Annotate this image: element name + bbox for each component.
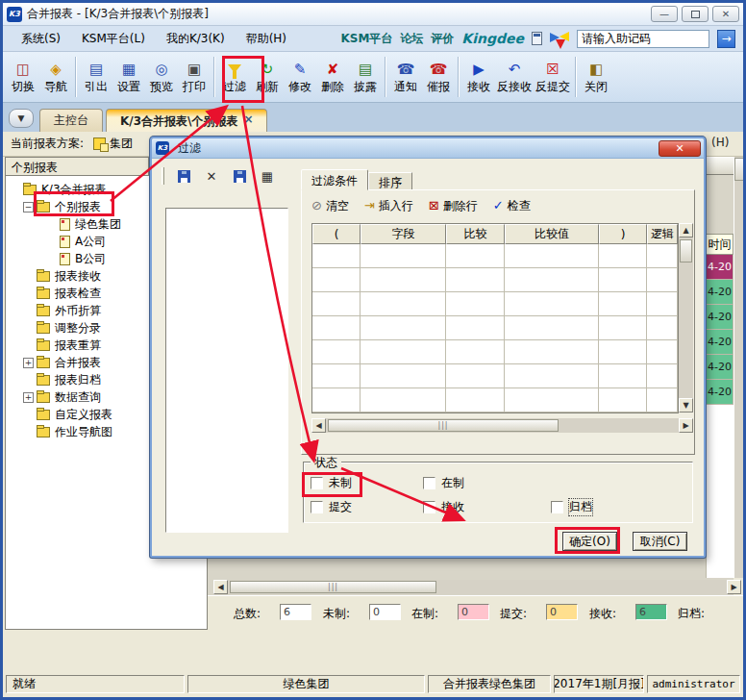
table-vertical-scrollbar[interactable]: ▲ ▼ [679,223,693,412]
expand-icon[interactable]: + [23,392,34,403]
link-ksm-platform[interactable]: KSM平台 [340,31,392,47]
dialog-title-bar[interactable]: K3 过滤 [152,138,704,159]
menu-system[interactable]: 系统(S) [11,28,71,50]
toolbar-print[interactable]: ▣打印 [178,58,211,97]
checkbox-received[interactable]: 接收 [423,499,464,515]
toolbar-preview[interactable]: ◎预览 [145,58,178,97]
tab-dropdown-button[interactable]: ▼ [9,109,34,128]
toolbar-export[interactable]: ▤引出 [80,58,112,97]
table-cell[interactable] [312,244,361,268]
grid-view-button[interactable]: ▦ [257,166,278,186]
folder-icon [37,375,50,386]
checkbox-archived[interactable]: 归档 [551,499,592,515]
scrollbar-thumb[interactable] [734,158,746,181]
scrollbar-thumb[interactable]: ||| [230,581,436,593]
toolbar-edit[interactable]: ✎修改 [284,58,316,97]
grid-cell: 4-20 [706,305,734,330]
checkbox-icon[interactable] [423,501,435,513]
stat-receive-value: 6 [635,604,667,620]
checkbox-inwork[interactable]: 在制 [423,475,464,491]
close-button[interactable]: ✕ [712,6,739,22]
mnemonic-input[interactable] [577,30,709,48]
scroll-left-button[interactable]: ◀ [311,418,326,433]
tab-filter-conditions[interactable]: 过滤条件 [301,169,368,190]
tab-individual-reports[interactable]: K/3合并报表\个别报表 × [106,109,267,132]
menu-my-k3[interactable]: 我的K/3(K) [156,28,236,50]
scroll-left-button[interactable]: ◀ [213,580,228,594]
toolbar-settings[interactable]: ▦设置 [112,58,145,97]
status-group-box [303,462,693,523]
dialog-close-button[interactable]: ✕ [659,140,701,157]
menu-help[interactable]: 帮助(H) [236,28,297,50]
scrollbar-thumb[interactable]: ||| [328,419,559,432]
toolbar-close[interactable]: ◧关闭 [580,58,612,97]
calculator-icon[interactable] [532,32,542,45]
toolbar-receive[interactable]: ▶接收 [462,58,495,97]
clear-button[interactable]: ⊘清空 [311,198,349,214]
folder-icon [37,358,50,368]
scroll-right-button[interactable]: ▶ [727,580,741,594]
toolbar-refresh[interactable]: ↻刷新 [251,58,284,97]
checkbox-icon[interactable] [423,477,435,489]
scroll-down-button[interactable]: ▼ [679,398,693,412]
toolbar-unreceive[interactable]: ↶反接收 [495,58,534,97]
minimize-button[interactable]: — [651,6,678,22]
expand-icon[interactable]: + [23,358,34,368]
dialog-tabs: 过滤条件 排序 [301,169,412,190]
go-button[interactable]: → [717,30,735,48]
table-cell[interactable] [312,316,361,340]
vertical-scrollbar[interactable] [734,157,745,578]
folder-icon [23,185,37,195]
toolbar-urge[interactable]: ☎催报 [422,58,455,97]
table-cell[interactable] [312,292,361,316]
toolbar-switch[interactable]: ◫切换 [7,58,39,97]
horizontal-scrollbar[interactable]: ◀ ||| ▶ [213,580,741,594]
checkbox-icon[interactable] [551,501,563,513]
toolbar-unsubmit[interactable]: ☒反提交 [534,58,572,97]
toolbar-separator [575,57,577,97]
toolbar-delete[interactable]: ✘删除 [316,58,349,97]
filter-conditions-pane: ⊘清空 ⇥插入行 ⊠删除行 ✓检查 ( 字段 比较 比较值 ) 逻辑 [301,189,695,455]
toolbar-disclose[interactable]: ▤披露 [349,58,382,97]
toolbar-navigate[interactable]: ◈导航 [39,58,72,97]
delete-scheme-button[interactable]: ✕ [201,166,222,186]
checkbox-icon[interactable] [311,501,323,513]
notify-icon: ☎ [397,60,415,79]
ok-button[interactable]: 确定(O) [562,532,617,551]
checkbox-unmade[interactable]: 未制 [311,475,352,491]
table-horizontal-scrollbar[interactable]: ◀ ||| ▶ [311,418,693,433]
insert-row-button[interactable]: ⇥插入行 [364,198,413,214]
scheme-icon [93,138,106,150]
table-cell[interactable] [312,364,361,388]
check-button[interactable]: ✓检查 [493,198,531,214]
toolbar-filter[interactable]: 过滤 [218,58,251,97]
dialog-title: 过滤 [178,140,201,157]
save-scheme-button[interactable] [173,166,194,186]
toolbar-notify[interactable]: ☎通知 [389,58,422,97]
grid-column-time: 时间 [706,234,734,255]
scroll-up-button[interactable]: ▲ [679,223,693,238]
scrollbar-thumb[interactable] [680,239,692,262]
main-toolbar: ◫切换 ◈导航 ▤引出 ▦设置 ◎预览 ▣打印 过滤 ↻刷新 ✎修改 ✘删除 ▤… [3,52,743,103]
table-cell[interactable] [312,388,361,412]
link-rate[interactable]: 评价 [431,31,454,47]
checkbox-icon[interactable] [311,477,323,489]
insert-row-icon: ⇥ [364,198,375,212]
tab-console[interactable]: 主控台 [39,109,103,132]
scheme-value[interactable]: 集团 [110,136,133,152]
cancel-button[interactable]: 取消(C) [633,532,687,551]
refresh-icon: ↻ [261,60,274,79]
table-cell[interactable] [312,268,361,292]
table-cell[interactable] [312,340,361,364]
tab-close-icon[interactable]: × [243,113,253,125]
scheme-list[interactable] [165,208,288,533]
save-as-button[interactable] [229,166,250,186]
checkbox-submitted[interactable]: 提交 [311,499,352,515]
link-forum[interactable]: 论坛 [400,31,423,47]
menu-ksm-platform[interactable]: KSM平台(L) [71,28,156,50]
collapse-icon[interactable]: − [23,202,34,212]
delete-row-button[interactable]: ⊠删除行 [429,198,478,214]
restore-button[interactable] [682,6,709,22]
tab-sort[interactable]: 排序 [368,172,412,190]
scroll-right-button[interactable]: ▶ [679,418,693,433]
